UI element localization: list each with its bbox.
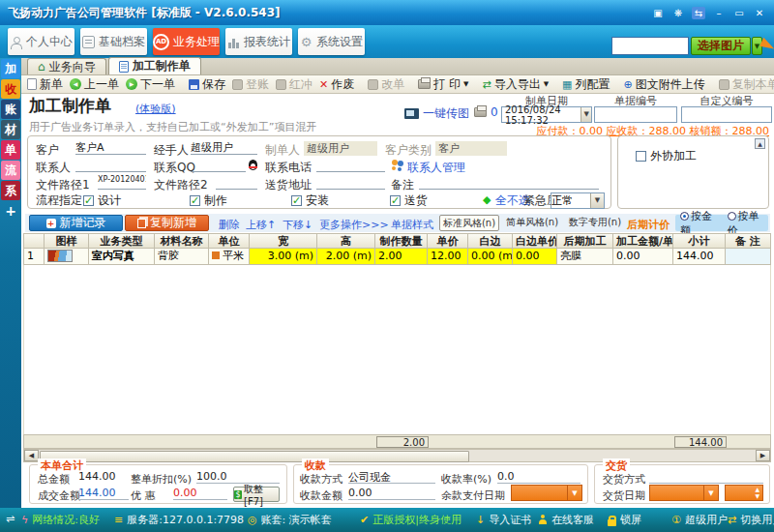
- collapse-icon[interactable]: ▲: [755, 138, 765, 149]
- next-bill-button[interactable]: ▶下一单: [126, 76, 175, 93]
- urgency-select[interactable]: 正常 ▼: [551, 192, 605, 209]
- header-subtotal[interactable]: 小计: [673, 233, 726, 249]
- nav-report-statistics[interactable]: 报表统计: [225, 28, 292, 55]
- row-subtotal[interactable]: 144.00: [673, 249, 726, 265]
- nav-business-processing[interactable]: AD 业务处理: [153, 28, 220, 55]
- flow-design-checkbox[interactable]: 设计: [83, 192, 121, 209]
- customer-input[interactable]: 客户A: [75, 140, 146, 155]
- row-width[interactable]: 3.00 (m): [250, 249, 317, 265]
- switch-user-button[interactable]: ⇄切换用户: [728, 513, 774, 527]
- header-margin[interactable]: 白边: [468, 233, 513, 249]
- lock-screen-button[interactable]: 锁屏: [608, 513, 641, 527]
- style-tab-standard[interactable]: 标准风格(n): [439, 215, 499, 231]
- header-price[interactable]: 单价: [428, 233, 468, 249]
- delivery-time-spinner[interactable]: [725, 485, 763, 501]
- sidebar-item-add[interactable]: 加: [1, 59, 20, 78]
- style-tab-simple[interactable]: 简单风格(n): [502, 215, 562, 231]
- row-margin-price[interactable]: 0.00: [513, 249, 557, 265]
- screenshot-icon[interactable]: ▣: [651, 7, 665, 19]
- copy-add-button[interactable]: 复制新增: [125, 215, 209, 231]
- header-index[interactable]: [23, 233, 45, 249]
- maximize-button[interactable]: ▭: [732, 7, 746, 19]
- row-remark[interactable]: [726, 249, 771, 265]
- sidebar-item-system[interactable]: 系: [1, 181, 20, 200]
- pay-rate-input[interactable]: 0.0: [497, 470, 580, 484]
- flow-install-checkbox[interactable]: 安装: [291, 192, 329, 209]
- thumbnail-image[interactable]: [47, 250, 73, 262]
- move-up-link[interactable]: 上移↑: [246, 218, 276, 232]
- row-finishing[interactable]: 亮膜: [557, 249, 613, 265]
- contact-manage-link[interactable]: 联系人管理: [407, 160, 465, 176]
- save-button[interactable]: 保存: [189, 76, 225, 93]
- phone-input[interactable]: [316, 158, 385, 172]
- import-export-button[interactable]: ⇄导入导出▼: [482, 76, 549, 93]
- scroll-right-icon[interactable]: ▶: [756, 450, 770, 461]
- move-down-link[interactable]: 下移↓: [283, 218, 313, 232]
- edition-link[interactable]: (体验版): [135, 102, 176, 116]
- void-bill-button[interactable]: ✕作废: [319, 76, 354, 93]
- row-height[interactable]: 2.00 (m): [317, 249, 375, 265]
- delete-link[interactable]: 删除: [219, 218, 240, 232]
- header-width[interactable]: 宽: [250, 233, 317, 249]
- sidebar-item-flow[interactable]: 流: [1, 161, 20, 180]
- connection-swap-icon[interactable]: ⇌: [6, 513, 15, 525]
- minimize-button[interactable]: –: [712, 7, 726, 19]
- chevron-down-icon[interactable]: ▼: [580, 107, 591, 122]
- table-row[interactable]: 1 室内写真 背胶 平米 3.00 (m) 2.00 (m) 2.00 12.0…: [23, 249, 771, 265]
- pay-method-input[interactable]: 公司现金: [348, 470, 435, 484]
- flow-make-checkbox[interactable]: 制作: [190, 192, 227, 209]
- skin-icon[interactable]: ❋: [671, 7, 685, 19]
- header-material[interactable]: 材料名称: [155, 233, 209, 249]
- delivery-method-input[interactable]: [649, 470, 763, 484]
- off-input[interactable]: 0.00: [173, 487, 227, 500]
- header-height[interactable]: 高: [317, 233, 375, 249]
- path1-input[interactable]: XP-201204011627:C:\: [98, 175, 146, 190]
- outsource-checkbox[interactable]: 外协加工: [636, 148, 697, 164]
- more-actions-link[interactable]: 更多操作>>>: [319, 218, 389, 232]
- prev-bill-button[interactable]: ◀上一单: [70, 76, 119, 93]
- sidebar-item-account[interactable]: 账: [1, 100, 20, 119]
- flow-deliver-checkbox[interactable]: 送货: [390, 192, 428, 209]
- remark-input[interactable]: [419, 175, 599, 190]
- tab-business-wizard[interactable]: ⌂ 业务向导: [27, 58, 106, 74]
- row-margin[interactable]: 0.00 (m): [468, 249, 513, 265]
- row-finishing-amount[interactable]: 0.00: [613, 249, 673, 265]
- row-type[interactable]: 室内写真: [89, 249, 155, 265]
- custom-no-input[interactable]: [681, 106, 772, 123]
- round-button[interactable]: $取整[F7]: [233, 487, 280, 502]
- header-qty[interactable]: 制作数量: [375, 233, 428, 249]
- sidebar-item-receive[interactable]: 收: [1, 79, 20, 99]
- qq-icon[interactable]: [249, 160, 257, 170]
- sidebar-item-bill[interactable]: 单: [1, 140, 20, 160]
- row-material[interactable]: 背胶: [155, 249, 209, 265]
- pay-amount-input[interactable]: 0.00: [348, 487, 435, 500]
- style-tab-numeric[interactable]: 数字专用(n): [565, 215, 625, 231]
- address-input[interactable]: [316, 175, 385, 190]
- header-unit[interactable]: 单位: [209, 233, 250, 249]
- image-search-input[interactable]: [611, 37, 689, 55]
- nav-base-archives[interactable]: 基础档案: [80, 28, 147, 55]
- delivery-date-select[interactable]: ▼: [649, 485, 719, 501]
- close-button[interactable]: ✕: [753, 7, 766, 19]
- nav-personal-center[interactable]: 个人中心: [8, 28, 74, 55]
- tab-work-order[interactable]: 加工制作单: [108, 57, 201, 74]
- online-support-button[interactable]: 在线客服: [538, 513, 594, 527]
- row-unit[interactable]: 平米: [209, 249, 250, 265]
- row-qty[interactable]: 2.00: [375, 249, 428, 265]
- table-empty-area[interactable]: [23, 265, 771, 434]
- row-thumb-cell[interactable]: [45, 249, 89, 265]
- pick-image-button[interactable]: 选择图片: [691, 37, 751, 55]
- switch-window-icon[interactable]: ⇆: [692, 7, 705, 19]
- contact-input[interactable]: [75, 158, 146, 172]
- bill-style-link[interactable]: 单据样式: [391, 218, 433, 232]
- bill-date-input[interactable]: 2016/08/24 15:17:32 ▼: [501, 106, 592, 123]
- attachment-upload-button[interactable]: ⊕图文附件上传: [623, 76, 704, 93]
- scroll-left-icon[interactable]: ◀: [24, 450, 39, 461]
- handler-input[interactable]: 超级用户: [191, 140, 257, 155]
- horizontal-scrollbar[interactable]: ◀ ▶: [23, 449, 771, 462]
- header-finishing[interactable]: 后期加工: [557, 233, 613, 249]
- sidebar-item-plus[interactable]: +: [1, 201, 20, 221]
- path2-input[interactable]: [216, 175, 257, 190]
- header-thumb[interactable]: 图样: [45, 233, 89, 249]
- header-remark[interactable]: 备 注: [726, 233, 771, 249]
